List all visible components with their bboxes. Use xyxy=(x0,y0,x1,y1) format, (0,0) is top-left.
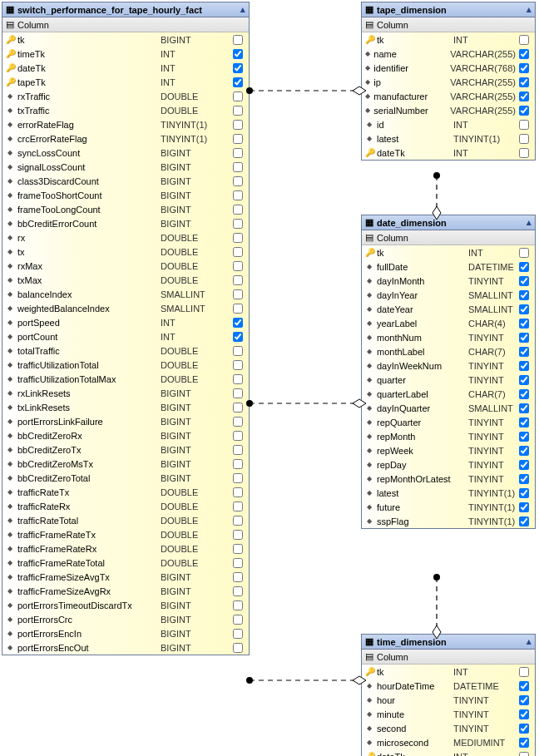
table-row[interactable]: ◆repQuarterTINYINT xyxy=(362,415,535,429)
table-row[interactable]: ◆quarterTINYINT xyxy=(362,373,535,387)
column-checkbox[interactable] xyxy=(233,388,243,398)
column-checkbox[interactable] xyxy=(233,176,243,186)
table-row[interactable]: ◆portErrorsLinkFailureBIGINT xyxy=(2,414,249,428)
column-checkbox[interactable] xyxy=(519,738,529,748)
column-checkbox[interactable] xyxy=(519,49,529,59)
table-row[interactable]: ◆totalTrafficDOUBLE xyxy=(2,343,249,358)
column-checkbox[interactable] xyxy=(519,516,529,526)
table-row[interactable]: ◆trafficUtilizationTotalMaxDOUBLE xyxy=(2,372,249,386)
table-row[interactable]: ◆trafficFrameSizeAvgTxBIGINT xyxy=(2,570,249,584)
column-checkbox[interactable] xyxy=(519,290,529,300)
column-checkbox[interactable] xyxy=(519,63,529,73)
table-row[interactable]: ◆portErrorsEncOutBIGINT xyxy=(2,640,249,655)
column-checkbox[interactable] xyxy=(233,219,243,229)
column-checkbox[interactable] xyxy=(519,432,529,442)
column-checkbox[interactable] xyxy=(233,374,243,384)
column-checkbox[interactable] xyxy=(233,190,243,200)
table-row[interactable]: ◆portErrorsTimeoutDiscardTxBIGINT xyxy=(2,598,249,612)
column-checkbox[interactable] xyxy=(233,120,243,130)
column-checkbox[interactable] xyxy=(233,558,243,568)
column-checkbox[interactable] xyxy=(233,346,243,356)
column-checkbox[interactable] xyxy=(519,106,529,116)
table-row[interactable]: ◆portSpeedINT xyxy=(2,315,249,329)
column-checkbox[interactable] xyxy=(233,530,243,540)
table-row[interactable]: ◆latestTINYINT(1) xyxy=(362,131,535,146)
column-checkbox[interactable] xyxy=(519,724,529,734)
table-row[interactable]: ◆frameTooShortCountBIGINT xyxy=(2,188,249,202)
table-row[interactable]: ◆monthLabelCHAR(7) xyxy=(362,344,535,358)
column-checkbox[interactable] xyxy=(233,431,243,441)
table-row[interactable]: 🔑tkINT xyxy=(362,665,535,679)
column-checkbox[interactable] xyxy=(233,261,243,271)
table-row[interactable]: ◆latestTINYINT(1) xyxy=(362,486,535,500)
table-row[interactable]: ◆bbCreditZeroMsTxBIGINT xyxy=(2,457,249,471)
table-row[interactable]: ◆trafficRateTotalDOUBLE xyxy=(2,513,249,527)
column-checkbox[interactable] xyxy=(519,403,529,413)
column-checkbox[interactable] xyxy=(233,629,243,639)
table-row[interactable]: ◆microsecondMEDIUMINT xyxy=(362,735,535,749)
column-checkbox[interactable] xyxy=(233,544,243,554)
table-row[interactable]: 🔑dateTkINT xyxy=(2,61,249,75)
column-checkbox[interactable] xyxy=(519,148,529,158)
column-checkbox[interactable] xyxy=(233,49,243,59)
column-checkbox[interactable] xyxy=(519,375,529,385)
column-checkbox[interactable] xyxy=(233,586,243,596)
column-checkbox[interactable] xyxy=(519,262,529,272)
table-row[interactable]: 🔑dateTkINT xyxy=(362,146,535,160)
table-row[interactable]: ◆idINT xyxy=(362,117,535,131)
collapse-icon[interactable]: ▴ xyxy=(240,4,245,15)
table-row[interactable]: ◆rxDOUBLE xyxy=(2,230,249,245)
table-row[interactable]: ◆portCountINT xyxy=(2,329,249,343)
column-checkbox[interactable] xyxy=(233,63,243,73)
table-row[interactable]: ◆rxTrafficDOUBLE xyxy=(2,89,249,103)
column-checkbox[interactable] xyxy=(233,304,243,314)
table-row[interactable]: ◆secondTINYINT xyxy=(362,721,535,735)
column-checkbox[interactable] xyxy=(233,233,243,243)
table-row[interactable]: ◆txDOUBLE xyxy=(2,245,249,259)
table-row[interactable]: ◆dateYearSMALLINT xyxy=(362,302,535,316)
table-row[interactable]: ◆trafficFrameRateRxDOUBLE xyxy=(2,541,249,556)
table-row[interactable]: ◆bbCreditZeroRxBIGINT xyxy=(2,428,249,442)
table-row[interactable]: ◆dayInYearSMALLINT xyxy=(362,288,535,302)
column-checkbox[interactable] xyxy=(519,304,529,314)
table-row[interactable]: ◆trafficRateRxDOUBLE xyxy=(2,499,249,513)
table-date[interactable]: ▦date_dimension▴▤Column🔑tkINT◆fullDateDA… xyxy=(361,215,536,529)
column-checkbox[interactable] xyxy=(519,418,529,427)
table-row[interactable]: ◆errorRateFlagTINYINT(1) xyxy=(2,117,249,131)
column-checkbox[interactable] xyxy=(233,289,243,299)
column-checkbox[interactable] xyxy=(519,446,529,456)
table-row[interactable]: ◆syncLossCountBIGINT xyxy=(2,146,249,160)
table-row[interactable]: ◆bbCreditZeroTxBIGINT xyxy=(2,442,249,457)
column-checkbox[interactable] xyxy=(519,319,529,329)
column-checkbox[interactable] xyxy=(233,162,243,172)
column-checkbox[interactable] xyxy=(233,77,243,87)
column-checkbox[interactable] xyxy=(519,488,529,498)
column-checkbox[interactable] xyxy=(233,247,243,257)
table-row[interactable]: ◆identifierVARCHAR(768) xyxy=(362,61,535,75)
column-checkbox[interactable] xyxy=(519,361,529,371)
column-checkbox[interactable] xyxy=(519,333,529,343)
table-row[interactable]: ◆rxLinkResetsBIGINT xyxy=(2,386,249,400)
table-row[interactable]: ◆txMaxDOUBLE xyxy=(2,273,249,287)
table-row[interactable]: ◆trafficFrameRateTxDOUBLE xyxy=(2,527,249,541)
column-checkbox[interactable] xyxy=(233,445,243,455)
column-checkbox[interactable] xyxy=(233,332,243,342)
column-checkbox[interactable] xyxy=(233,148,243,158)
table-row[interactable]: 🔑tkINT xyxy=(362,245,535,259)
collapse-icon[interactable]: ▴ xyxy=(527,4,532,15)
column-checkbox[interactable] xyxy=(519,474,529,484)
table-row[interactable]: 🔑tkBIGINT xyxy=(2,32,249,47)
column-checkbox[interactable] xyxy=(233,516,243,526)
table-row[interactable]: ◆repMonthOrLatestTINYINT xyxy=(362,472,535,486)
table-row[interactable]: ◆balanceIndexSMALLINT xyxy=(2,287,249,301)
table-row[interactable]: 🔑dateTkINT xyxy=(362,749,535,756)
column-checkbox[interactable] xyxy=(233,106,243,116)
table-row[interactable]: ◆txLinkResetsBIGINT xyxy=(2,400,249,414)
column-checkbox[interactable] xyxy=(519,77,529,87)
table-row[interactable]: ◆minuteTINYINT xyxy=(362,707,535,721)
column-checkbox[interactable] xyxy=(233,91,243,101)
column-checkbox[interactable] xyxy=(233,134,243,144)
table-row[interactable]: ◆bbCreditZeroTotalBIGINT xyxy=(2,471,249,485)
table-row[interactable]: ◆dayInWeekNumTINYINT xyxy=(362,358,535,373)
column-checkbox[interactable] xyxy=(233,403,243,413)
